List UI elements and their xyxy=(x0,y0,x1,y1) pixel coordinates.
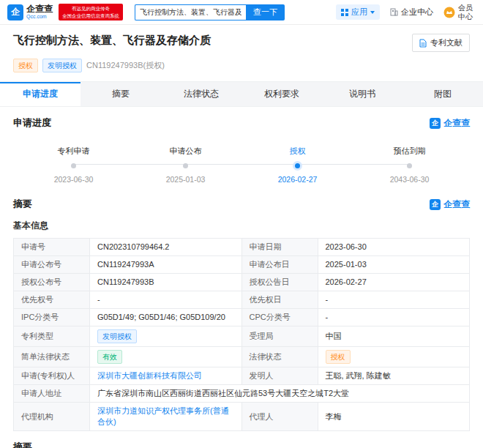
table-row: 专利类型 发明授权 受理局 中国 xyxy=(14,326,470,347)
timeline-dot xyxy=(183,163,188,168)
timeline-step-grant: 授权 2026-02-27 xyxy=(242,146,353,184)
tab-specification[interactable]: 说明书 xyxy=(322,82,402,106)
table-row: 优先权号 - 优先权日 - xyxy=(14,291,470,309)
search-box: 查一下 xyxy=(135,4,285,20)
qcc-watermark-icon: 企 xyxy=(430,118,441,129)
tab-application-progress[interactable]: 申请进度 xyxy=(0,82,80,106)
header-nav: 应用 企业中心 会员中心 xyxy=(336,4,476,20)
timeline-step-publication: 申请公布 2025-01-03 xyxy=(130,146,242,184)
applicant-address: 广东省深圳市南山区西丽街道西丽社区仙元路53号大疆天空之城T2大堂 xyxy=(90,385,470,403)
tab-legal-status[interactable]: 法律状态 xyxy=(161,82,242,106)
patent-number-text: CN119247993B(授权) xyxy=(86,60,165,71)
applicant-link[interactable]: 深圳市大疆创新科技有限公司 xyxy=(97,371,202,380)
inventors: 王聪, 武翔, 陈建敏 xyxy=(318,367,470,385)
agency-cell: 深圳市力道知识产权代理事务所(普通合伙) xyxy=(90,403,242,431)
receiving-office: 中国 xyxy=(318,326,470,347)
nav-apps-label: 应用 xyxy=(351,7,367,18)
patent-title-block: 飞行控制方法、装置、飞行器及存储介质 专利文献 授权 发明授权 CN119247… xyxy=(0,25,483,72)
patent-document-button[interactable]: 专利文献 xyxy=(412,34,470,52)
nav-member-label: 会员中心 xyxy=(458,4,476,20)
application-date: 2023-06-30 xyxy=(318,239,470,256)
document-icon xyxy=(419,39,427,48)
qcc-logo-name: 企查查 xyxy=(26,4,53,14)
nav-member-center[interactable]: 会员中心 xyxy=(443,4,476,20)
grant-date: 2026-02-27 xyxy=(318,274,470,291)
publication-number: CN119247993A xyxy=(90,256,242,274)
patent-type-cell: 发明授权 xyxy=(90,326,242,347)
ipc-classification: G05D1/49; G05D1/46; G05D109/20 xyxy=(90,309,242,326)
grant-number: CN119247993B xyxy=(90,274,242,291)
application-progress-section: 申请进度 企 企查查 专利申请 2023-06-30 申请公布 2025-01-… xyxy=(0,107,483,184)
nav-enterprise-label: 企业中心 xyxy=(401,7,433,18)
timeline-dot xyxy=(407,163,412,168)
tab-drawings[interactable]: 附图 xyxy=(402,82,483,106)
qcc-watermark: 企 企查查 xyxy=(430,117,470,130)
tab-abstract[interactable]: 摘要 xyxy=(80,82,161,106)
applicant-cell: 深圳市大疆创新科技有限公司 xyxy=(90,367,242,385)
status-badge-granted: 授权 xyxy=(13,59,38,72)
abstract-section-title: 摘要 xyxy=(13,441,470,448)
basic-info-table: 申请号 CN202310799464.2 申请日期 2023-06-30 申请公… xyxy=(13,238,470,431)
table-row: IPC分类号 G05D1/49; G05D1/46; G05D109/20 CP… xyxy=(14,309,470,326)
table-row: 申请号 CN202310799464.2 申请日期 2023-06-30 xyxy=(14,239,470,256)
building-icon xyxy=(390,8,398,16)
table-row: 申请人地址 广东省深圳市南山区西丽街道西丽社区仙元路53号大疆天空之城T2大堂 xyxy=(14,385,470,403)
priority-number: - xyxy=(90,291,242,309)
legal-status-cell: 授权 xyxy=(318,347,470,367)
qcc-logo-domain: Qcc.com xyxy=(26,14,53,20)
qcc-watermark-text: 企查查 xyxy=(443,198,470,211)
slogan-line2: 全国企业信用信息查询系统 xyxy=(62,12,119,19)
summary-section-title: 摘要 xyxy=(13,198,32,211)
valid-status-badge: 有效 xyxy=(97,350,122,364)
abstract-section: 摘要 本申请实施例涉及飞行控制领域，提供了一种飞行控制方法、装置、飞行器及存储介… xyxy=(0,431,483,448)
agency-link[interactable]: 深圳市力道知识产权代理事务所(普通合伙) xyxy=(97,406,229,426)
table-row: 申请(专利权)人 深圳市大疆创新科技有限公司 发明人 王聪, 武翔, 陈建敏 xyxy=(14,367,470,385)
timeline-dot-active xyxy=(295,163,300,168)
member-crown-icon xyxy=(443,7,455,18)
qcc-watermark-icon: 企 xyxy=(430,199,441,210)
progress-section-title: 申请进度 xyxy=(13,116,51,130)
patent-timeline: 专利申请 2023-06-30 申请公布 2025-01-03 授权 2026-… xyxy=(18,146,465,184)
priority-date: - xyxy=(318,291,470,309)
table-row: 代理机构 深圳市力道知识产权代理事务所(普通合伙) 代理人 李梅 xyxy=(14,403,470,431)
search-input[interactable] xyxy=(135,4,246,20)
patent-tab-bar: 申请进度 摘要 法律状态 权利要求 说明书 附图 xyxy=(0,81,483,107)
patent-document-label: 专利文献 xyxy=(430,37,463,48)
patent-type-badge: 发明授权 xyxy=(97,329,137,343)
basic-info-title: 基本信息 xyxy=(13,220,470,232)
application-number: CN202310799464.2 xyxy=(90,239,242,256)
table-row: 授权公布号 CN119247993B 授权公告日 2026-02-27 xyxy=(14,274,470,291)
tab-claims[interactable]: 权利要求 xyxy=(242,82,322,106)
qcc-watermark: 企 企查查 xyxy=(430,198,470,211)
page-title: 飞行控制方法、装置、飞行器及存储介质 xyxy=(13,34,211,48)
cpc-classification: - xyxy=(318,309,470,326)
timeline-step-expiry: 预估到期 2043-06-30 xyxy=(353,146,465,184)
search-button[interactable]: 查一下 xyxy=(246,4,285,20)
qcc-logo[interactable]: 企 企查查 Qcc.com xyxy=(7,4,53,20)
summary-section: 摘要 企 企查查 基本信息 申请号 CN202310799464.2 申请日期 … xyxy=(0,188,483,431)
slogan-line1: 有远见的商业传奇 xyxy=(62,5,119,12)
nav-apps[interactable]: 应用 xyxy=(336,4,380,20)
qcc-logo-icon: 企 xyxy=(7,4,23,20)
type-badge-invention: 发明授权 xyxy=(42,59,82,72)
table-row: 申请公布号 CN119247993A 申请公布日 2025-01-03 xyxy=(14,256,470,274)
top-header: 企 企查查 Qcc.com 有远见的商业传奇 全国企业信用信息查询系统 查一下 … xyxy=(0,0,483,25)
timeline-step-filing: 专利申请 2023-06-30 xyxy=(18,146,130,184)
qcc-watermark-text: 企查查 xyxy=(443,117,470,130)
chevron-down-icon xyxy=(370,11,375,14)
publication-date: 2025-01-03 xyxy=(318,256,470,274)
agent-name: 李梅 xyxy=(318,403,470,431)
nav-enterprise-center[interactable]: 企业中心 xyxy=(390,7,433,18)
brand-slogan-badge: 有远见的商业传奇 全国企业信用信息查询系统 xyxy=(59,4,123,20)
table-row: 简单法律状态 有效 法律状态 授权 xyxy=(14,347,470,367)
granted-status-badge: 授权 xyxy=(326,350,351,364)
simple-legal-status-cell: 有效 xyxy=(90,347,242,367)
apps-grid-icon xyxy=(341,9,348,16)
timeline-dot xyxy=(71,163,76,168)
